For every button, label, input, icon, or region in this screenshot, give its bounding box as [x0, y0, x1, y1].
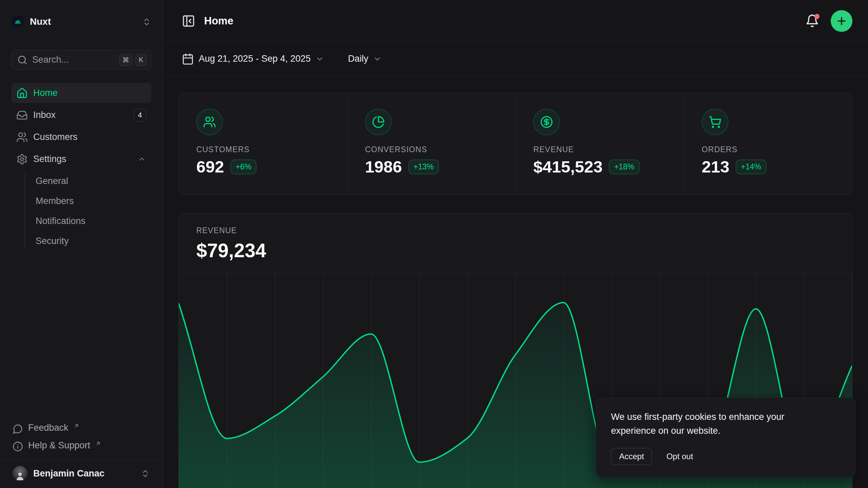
cookie-message: We use first-party cookies to enhance yo… — [611, 410, 825, 438]
stat-orders[interactable]: ORDERS 213 +14% — [684, 93, 852, 195]
external-link-icon — [95, 440, 101, 446]
revenue-chart-label: REVENUE — [196, 226, 834, 235]
sidebar-item-settings[interactable]: Settings — [11, 149, 151, 169]
workspace-name: Nuxt — [30, 16, 51, 27]
pie-chart-icon — [372, 116, 385, 128]
stat-delta-badge: +13% — [409, 160, 439, 174]
chevron-up-icon — [138, 155, 146, 163]
chevrons-up-down-icon — [142, 17, 151, 26]
sidebar-item-label: Customers — [33, 132, 78, 142]
header-actions — [805, 10, 852, 32]
sidebar-collapse-button[interactable] — [182, 14, 195, 28]
granularity-select[interactable]: Daily — [348, 54, 382, 64]
stat-delta-badge: +18% — [609, 160, 639, 174]
sidebar-item-inbox[interactable]: Inbox 4 — [11, 105, 151, 125]
add-button[interactable] — [831, 10, 852, 32]
chevron-down-icon — [373, 55, 382, 63]
stat-icon-circle — [196, 109, 223, 135]
gear-icon — [16, 154, 28, 165]
stat-label: CONVERSIONS — [365, 145, 509, 154]
optout-cookies-button[interactable]: Opt out — [666, 452, 693, 461]
search-input[interactable]: Search... ⌘ K — [11, 50, 151, 70]
users-icon — [203, 116, 216, 128]
sidebar-subitem-general[interactable]: General — [11, 171, 151, 191]
settings-subnav: General Members Notifications Security — [11, 171, 151, 251]
filters-toolbar: Aug 21, 2025 - Sep 4, 2025 Daily — [163, 42, 868, 76]
granularity-value: Daily — [348, 54, 368, 64]
help-support-link[interactable]: Help & Support — [13, 440, 150, 452]
stat-value: 213 — [702, 157, 730, 176]
sidebar: Nuxt Search... ⌘ K Home Inbox 4 — [0, 0, 163, 488]
search-shortcut: ⌘ K — [119, 54, 147, 66]
sidebar-item-label: Settings — [33, 154, 66, 164]
feedback-link[interactable]: Feedback — [13, 423, 150, 434]
page-title: Home — [204, 15, 233, 27]
sidebar-subitem-notifications[interactable]: Notifications — [11, 211, 151, 231]
kbd-cmd: ⌘ — [119, 54, 133, 66]
stat-icon-circle — [702, 109, 728, 135]
date-range-picker[interactable]: Aug 21, 2025 - Sep 4, 2025 — [182, 53, 324, 65]
sidebar-spacer — [11, 251, 151, 423]
stat-delta-badge: +6% — [231, 160, 257, 174]
stat-icon-circle — [365, 109, 392, 135]
sidebar-subitem-security[interactable]: Security — [11, 231, 151, 251]
chat-bubble-icon — [13, 424, 23, 434]
avatar — [13, 466, 27, 481]
notifications-button[interactable] — [805, 14, 819, 28]
calendar-icon — [182, 53, 194, 65]
stat-icon-circle — [533, 109, 560, 135]
users-icon — [16, 131, 28, 143]
stat-label: CUSTOMERS — [196, 145, 340, 154]
chevrons-up-down-icon — [141, 469, 150, 478]
inbox-count-badge: 4 — [134, 109, 146, 122]
revenue-chart-header: REVENUE $79,234 — [179, 214, 852, 262]
info-circle-icon — [13, 441, 23, 452]
sidebar-footer-links: Feedback Help & Support — [11, 423, 151, 460]
notification-dot — [814, 14, 820, 19]
cookie-banner: We use first-party cookies to enhance yo… — [596, 398, 855, 477]
search-placeholder: Search... — [32, 55, 69, 65]
stat-conversions[interactable]: CONVERSIONS 1986 +13% — [347, 93, 516, 195]
stat-delta-badge: +14% — [736, 160, 766, 174]
kbd-k: K — [135, 54, 147, 66]
stats-card: CUSTOMERS 692 +6% CONVERSIONS 1986 +13% — [178, 93, 852, 195]
sidebar-item-customers[interactable]: Customers — [11, 127, 151, 147]
sidebar-item-home[interactable]: Home — [11, 83, 151, 103]
stat-label: ORDERS — [702, 145, 846, 154]
shopping-cart-icon — [709, 116, 722, 128]
accept-cookies-button[interactable]: Accept — [611, 448, 652, 465]
stat-value: 1986 — [365, 157, 402, 176]
nuxt-logo — [11, 15, 24, 28]
chevron-down-icon — [315, 55, 324, 63]
plus-icon — [836, 15, 847, 27]
stat-value: $415,523 — [533, 157, 603, 176]
top-header: Home — [163, 0, 868, 42]
stat-revenue[interactable]: REVENUE $415,523 +18% — [515, 93, 684, 195]
sidebar-nav: Home Inbox 4 Customers Settings General — [11, 83, 151, 251]
feedback-label: Feedback — [28, 423, 68, 433]
sidebar-subitem-members[interactable]: Members — [11, 191, 151, 211]
circle-dollar-icon — [540, 116, 553, 128]
stat-label: REVENUE — [533, 145, 677, 154]
date-range-value: Aug 21, 2025 - Sep 4, 2025 — [199, 54, 311, 64]
workspace-selector[interactable]: Nuxt — [11, 15, 151, 28]
user-name: Benjamin Canac — [33, 468, 104, 479]
stat-customers[interactable]: CUSTOMERS 692 +6% — [179, 93, 347, 195]
stat-value: 692 — [196, 157, 224, 176]
help-support-label: Help & Support — [28, 440, 90, 451]
inbox-icon — [16, 109, 28, 121]
house-icon — [16, 87, 28, 99]
sidebar-item-label: Inbox — [33, 110, 56, 120]
user-menu[interactable]: Benjamin Canac — [0, 460, 162, 488]
revenue-chart-value: $79,234 — [196, 239, 834, 262]
app-root: Nuxt Search... ⌘ K Home Inbox 4 — [0, 0, 868, 488]
panel-left-close-icon — [182, 14, 195, 28]
external-link-icon — [74, 423, 79, 429]
search-icon — [17, 55, 27, 65]
sidebar-item-label: Home — [33, 88, 58, 98]
